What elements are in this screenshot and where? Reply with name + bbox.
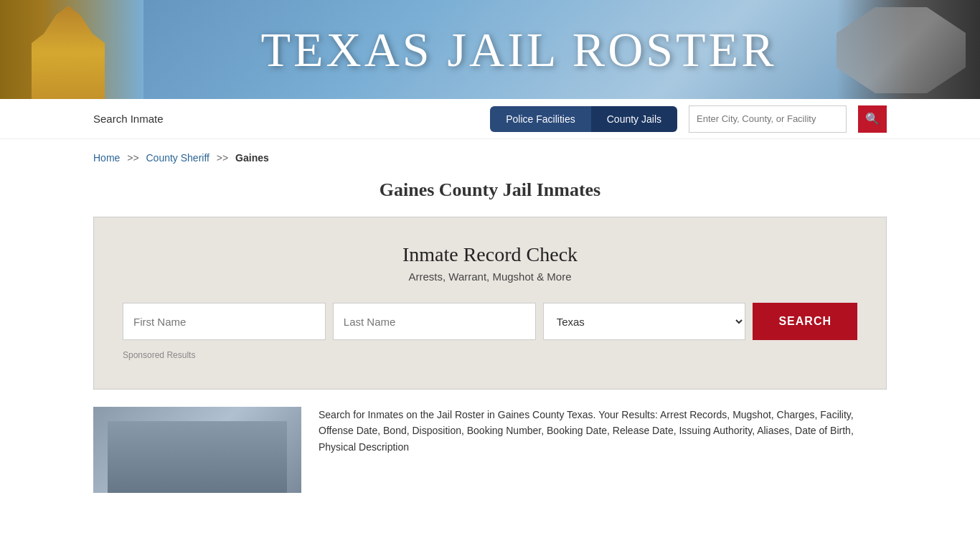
record-check-subtitle: Arrests, Warrant, Mugshot & More [123,270,857,283]
breadcrumb: Home >> County Sheriff >> Gaines [0,139,980,169]
site-title: Texas Jail Roster [260,22,776,78]
breadcrumb-county-sheriff[interactable]: County Sheriff [146,152,209,164]
record-check-box: Inmate Record Check Arrests, Warrant, Mu… [93,217,887,390]
search-inmate-label: Search Inmate [93,113,164,125]
bottom-description: Search for Inmates on the Jail Roster in… [319,407,887,455]
page-title: Gaines County Jail Inmates [0,179,980,201]
record-check-title: Inmate Record Check [123,243,857,266]
tab-county-jails[interactable]: County Jails [591,106,677,132]
breadcrumb-sep1: >> [127,152,138,164]
bottom-section: Search for Inmates on the Jail Roster in… [93,407,887,493]
banner-right-decoration [837,0,980,99]
search-facility-button[interactable]: 🔍 [858,105,887,133]
breadcrumb-sep2: >> [217,152,228,164]
first-name-input[interactable] [123,303,326,340]
tab-police-facilities[interactable]: Police Facilities [490,106,590,132]
nav-bar: Search Inmate Police Facilities County J… [0,99,980,139]
banner-left-decoration [0,0,143,99]
state-select[interactable]: Texas [543,303,746,340]
building-image [93,407,301,493]
building-shape [108,421,287,493]
record-search-button[interactable]: SEARCH [753,303,857,340]
search-facility-input[interactable] [689,105,847,133]
header-banner: Texas Jail Roster [0,0,980,99]
nav-tabs: Police Facilities County Jails [490,106,677,132]
record-check-form: Texas SEARCH [123,303,857,340]
search-icon: 🔍 [865,112,880,126]
breadcrumb-home[interactable]: Home [93,152,120,164]
capitol-building [7,6,129,99]
last-name-input[interactable] [333,303,536,340]
keys-decoration [837,7,966,93]
breadcrumb-current: Gaines [235,152,269,164]
sponsored-results-label: Sponsored Results [123,350,857,360]
